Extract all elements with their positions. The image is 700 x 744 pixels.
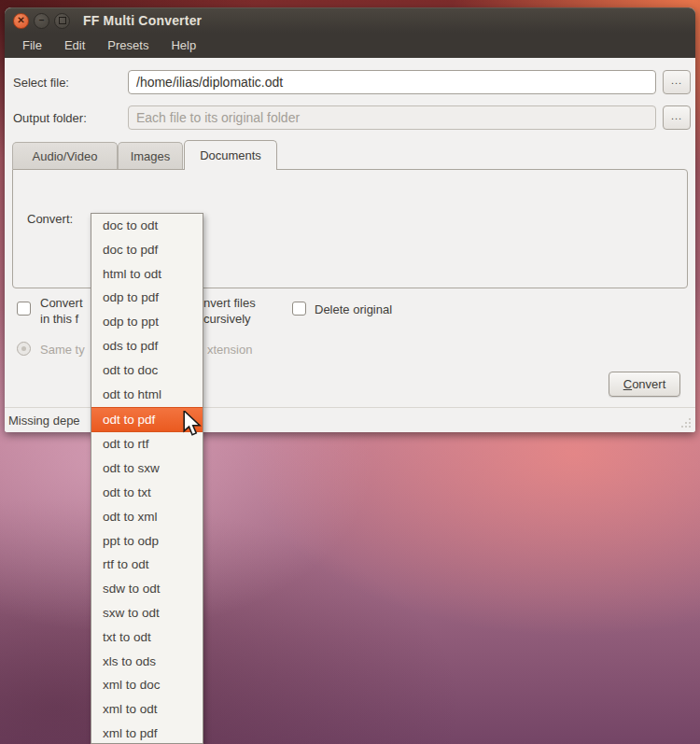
dropdown-item[interactable]: xml to odt bbox=[91, 697, 203, 722]
dropdown-item[interactable]: xml to doc bbox=[91, 673, 203, 697]
tab-audio-video[interactable]: Audio/Video bbox=[12, 142, 118, 169]
same-type-radio[interactable] bbox=[17, 342, 31, 356]
select-file-browse-button[interactable]: ... bbox=[663, 70, 691, 94]
recursive-label-line1: nvert files bbox=[203, 295, 256, 311]
minimize-icon: – bbox=[39, 16, 45, 25]
dropdown-item[interactable]: odp to pdf bbox=[91, 286, 203, 310]
dropdown-item[interactable]: rtf to odt bbox=[91, 553, 203, 577]
dropdown-item[interactable]: txt to odt bbox=[91, 625, 203, 650]
same-type-label: Same ty bbox=[40, 342, 85, 358]
menubar: File Edit Presets Help bbox=[5, 33, 695, 58]
tab-images[interactable]: Images bbox=[118, 142, 183, 169]
select-file-input[interactable] bbox=[128, 70, 656, 94]
menu-edit[interactable]: Edit bbox=[55, 35, 94, 56]
window-title: FF Multi Converter bbox=[83, 13, 202, 28]
extension-label-fragment: xtension bbox=[207, 342, 252, 358]
dropdown-item[interactable]: sdw to odt bbox=[91, 577, 203, 601]
status-message: Missing depe bbox=[8, 414, 80, 428]
output-folder-browse-button[interactable]: ... bbox=[663, 105, 691, 130]
close-icon: ✕ bbox=[17, 16, 24, 25]
dropdown-item[interactable]: odp to ppt bbox=[91, 310, 203, 334]
convert-all-label-line1: Convert bbox=[40, 295, 83, 311]
menu-file[interactable]: File bbox=[13, 35, 51, 56]
dropdown-item[interactable]: odt to html bbox=[91, 383, 203, 407]
convert-combobox-label: Convert: bbox=[27, 212, 73, 226]
dropdown-item[interactable]: sxw to odt bbox=[91, 601, 203, 625]
tab-documents[interactable]: Documents bbox=[184, 140, 277, 170]
output-folder-input[interactable] bbox=[128, 105, 656, 130]
dropdown-item[interactable]: odt to xml bbox=[91, 505, 203, 529]
titlebar[interactable]: ✕ – FF Multi Converter bbox=[5, 7, 695, 33]
convert-all-checkbox[interactable] bbox=[17, 302, 31, 316]
dropdown-item[interactable]: ppt to odp bbox=[91, 529, 203, 554]
dropdown-item[interactable]: doc to pdf bbox=[91, 238, 203, 262]
convert-button[interactable]: Convert bbox=[609, 372, 680, 397]
convert-button-mnemonic: C bbox=[623, 377, 632, 391]
menu-presets[interactable]: Presets bbox=[98, 35, 158, 56]
dropdown-item[interactable]: odt to sxw bbox=[91, 456, 203, 481]
delete-original-label: Delete original bbox=[315, 302, 392, 317]
dropdown-item[interactable]: ods to pdf bbox=[91, 334, 203, 358]
dropdown-item[interactable]: html to odt bbox=[91, 262, 203, 287]
recursive-label-fragment: nvert files cursively bbox=[203, 295, 256, 327]
maximize-button[interactable] bbox=[54, 13, 70, 29]
minimize-button[interactable]: – bbox=[34, 13, 49, 29]
dropdown-item[interactable]: odt to doc bbox=[91, 358, 203, 383]
select-file-label: Select file: bbox=[13, 76, 69, 90]
output-folder-label: Output folder: bbox=[13, 111, 87, 125]
dropdown-item[interactable]: xls to ods bbox=[91, 650, 203, 674]
convert-all-label-line2: in this f bbox=[40, 311, 83, 327]
convert-dropdown[interactable]: doc to odtdoc to pdfhtml to odtodp to pd… bbox=[91, 213, 203, 744]
dropdown-item[interactable]: doc to odt bbox=[91, 214, 203, 238]
delete-original-checkbox[interactable] bbox=[292, 302, 306, 316]
dropdown-item[interactable]: odt to txt bbox=[91, 481, 203, 505]
recursive-label-line2: cursively bbox=[203, 311, 256, 327]
menu-help[interactable]: Help bbox=[161, 35, 205, 56]
convert-all-label: Convert in this f bbox=[40, 295, 83, 327]
close-button[interactable]: ✕ bbox=[13, 13, 29, 29]
resize-grip-icon[interactable] bbox=[679, 416, 693, 429]
maximize-icon bbox=[59, 17, 66, 24]
radio-dot-icon bbox=[21, 346, 26, 351]
mouse-cursor-icon bbox=[182, 411, 204, 437]
convert-button-label: onvert bbox=[632, 377, 665, 391]
dropdown-item[interactable]: xml to pdf bbox=[91, 722, 203, 744]
